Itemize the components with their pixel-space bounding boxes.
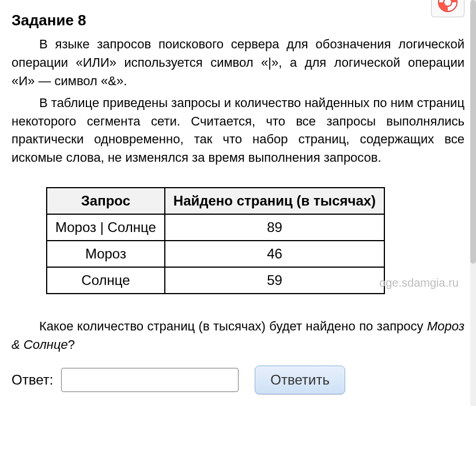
watermark: oge.sdamgia.ru — [379, 276, 459, 290]
submit-button[interactable]: Ответить — [255, 366, 345, 394]
scrollbar-thumb[interactable] — [470, 0, 476, 264]
help-button[interactable] — [431, 0, 464, 17]
col-header-query: Запрос — [47, 188, 165, 214]
task-heading: Задание 8 — [12, 12, 464, 29]
vertical-scrollbar[interactable] — [470, 0, 476, 406]
cell-count: 89 — [165, 214, 384, 241]
question-prefix: Какое количество страниц (в тысячах) буд… — [39, 319, 427, 333]
table-row: Солнце 59 — [47, 267, 384, 294]
table-header-row: Запрос Найдено страниц (в тысячах) — [47, 188, 384, 214]
question-suffix: ? — [68, 337, 75, 352]
table-row: Мороз | Солнце 89 — [47, 214, 384, 241]
table-row: Мороз 46 — [47, 241, 384, 267]
cell-query: Мороз — [47, 241, 165, 267]
cell-count: 59 — [165, 267, 384, 294]
queries-table: Запрос Найдено страниц (в тысячах) Мороз… — [46, 187, 385, 294]
answer-label: Ответ: — [12, 372, 53, 388]
intro-paragraph-2: В таблице приведены запросы и количество… — [12, 94, 464, 168]
intro-paragraph-1: В языке запросов поискового сервера для … — [12, 35, 464, 90]
col-header-count: Найдено страниц (в тысячах) — [165, 188, 384, 214]
cell-count: 46 — [165, 241, 384, 267]
lifesaver-icon — [437, 0, 458, 13]
cell-query: Солнце — [47, 267, 165, 294]
question-text: Какое количество страниц (в тысячах) буд… — [12, 317, 464, 354]
data-table-wrap: Запрос Найдено страниц (в тысячах) Мороз… — [46, 187, 464, 294]
cell-query: Мороз | Солнце — [47, 214, 165, 241]
answer-input[interactable] — [61, 368, 239, 392]
